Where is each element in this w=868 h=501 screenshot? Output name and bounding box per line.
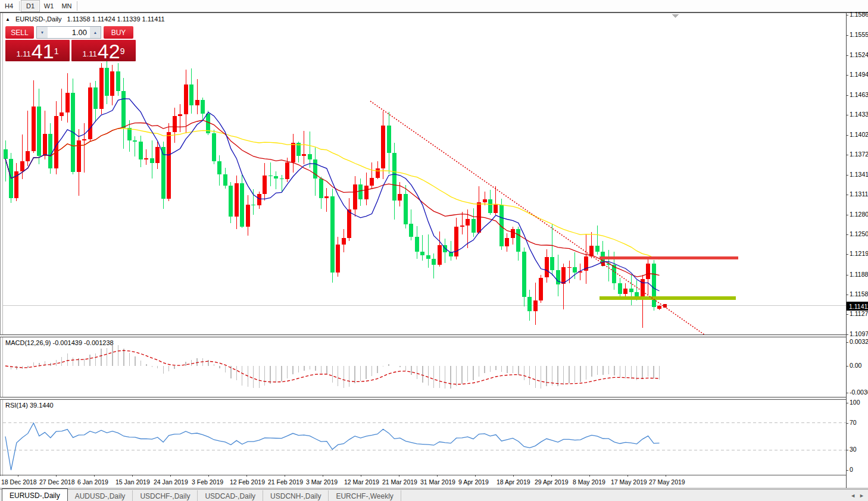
date-tick bbox=[513, 475, 514, 477]
price-axis-label: 1.14940 bbox=[850, 71, 868, 78]
candle-body bbox=[43, 134, 47, 156]
tabbar-scroll-right-icon[interactable]: ► bbox=[859, 493, 864, 499]
candle-body bbox=[454, 227, 458, 257]
timeframe-button-mn[interactable]: MN bbox=[58, 1, 76, 11]
candle-body bbox=[121, 91, 126, 129]
date-tick bbox=[475, 475, 476, 477]
candle-body bbox=[370, 178, 374, 186]
price-axis-label: 1.14025 bbox=[850, 131, 868, 138]
candle-body bbox=[257, 194, 261, 205]
candle-body bbox=[263, 176, 267, 194]
candle-body bbox=[573, 267, 577, 273]
candle-body bbox=[392, 153, 396, 201]
date-tick bbox=[627, 475, 628, 477]
candle-body bbox=[26, 151, 30, 162]
main-chart-canvas[interactable] bbox=[3, 13, 846, 334]
date-label: 9 Apr 2019 bbox=[458, 478, 489, 486]
candle-body bbox=[116, 71, 120, 91]
date-label: 6 Jan 2019 bbox=[77, 478, 108, 486]
tab-usdchf[interactable]: USDCHF-,Daily bbox=[133, 490, 198, 501]
tab-audusd[interactable]: AUDUSD-,Daily bbox=[68, 490, 133, 501]
candle-body bbox=[302, 154, 306, 156]
candle-body bbox=[189, 84, 193, 105]
rsi-canvas[interactable] bbox=[3, 400, 846, 475]
candle-body bbox=[550, 257, 554, 270]
candle-body bbox=[409, 224, 413, 237]
candle-body bbox=[347, 209, 351, 237]
candle-body bbox=[20, 161, 24, 171]
candle-body bbox=[657, 306, 661, 309]
rsi-line bbox=[5, 423, 660, 470]
candle-body bbox=[623, 289, 627, 294]
date-label: 15 Jan 2019 bbox=[115, 478, 150, 486]
tab-usdcad[interactable]: USDCAD-,Daily bbox=[198, 490, 263, 501]
scroll-to-end-icon[interactable] bbox=[672, 14, 679, 18]
price-axis[interactable]: 1.158601.155501.152451.149401.146351.143… bbox=[846, 13, 868, 488]
candle-body bbox=[618, 283, 622, 294]
tab-usdcnh[interactable]: USDCNH-,Daily bbox=[263, 490, 329, 501]
timeframe-button-h4[interactable]: H4 bbox=[0, 1, 18, 11]
candle-body bbox=[139, 142, 143, 159]
tab-eurchf[interactable]: EURCHF-,Weekly bbox=[329, 490, 401, 501]
candle-body bbox=[404, 194, 408, 224]
price-axis-label: 1.11885 bbox=[850, 271, 868, 278]
candle-body bbox=[65, 93, 70, 112]
timeframe-button-w1[interactable]: W1 bbox=[40, 1, 58, 11]
date-label: 8 May 2019 bbox=[573, 478, 605, 486]
toolbar-separator bbox=[77, 1, 77, 11]
macd-axis-label: -0.00365 bbox=[850, 389, 868, 396]
candle-body bbox=[330, 196, 335, 272]
candle-body bbox=[167, 132, 171, 199]
candle-body bbox=[460, 226, 464, 227]
candle-body bbox=[105, 68, 109, 96]
candle-body bbox=[595, 246, 600, 252]
candle-body bbox=[398, 194, 402, 201]
date-tick bbox=[399, 475, 399, 477]
candle-body bbox=[150, 158, 154, 164]
timeframe-button-d1[interactable]: D1 bbox=[21, 0, 40, 12]
resistance-line[interactable] bbox=[600, 256, 738, 259]
tab-eurusd[interactable]: EURUSD-,Daily bbox=[2, 489, 68, 501]
date-tick bbox=[246, 475, 247, 477]
date-axis[interactable]: 18 Dec 201827 Dec 20186 Jan 201915 Jan 2… bbox=[0, 476, 846, 488]
rsi-axis-label: 0 bbox=[850, 466, 853, 473]
price-axis-label: 1.15860 bbox=[850, 11, 868, 18]
candle-body bbox=[488, 199, 492, 213]
current-price-label: 1.11411 bbox=[847, 302, 868, 311]
support-line[interactable] bbox=[600, 296, 736, 300]
candle-body bbox=[527, 297, 532, 311]
price-axis-label: 1.12500 bbox=[850, 230, 868, 237]
date-tick bbox=[94, 475, 95, 477]
candle-body bbox=[88, 87, 92, 139]
candle-body bbox=[93, 87, 98, 109]
candle-body bbox=[358, 184, 363, 199]
window-left-border bbox=[0, 13, 1, 488]
candle-body bbox=[539, 278, 543, 300]
candle-body bbox=[432, 259, 436, 265]
candle-body bbox=[246, 205, 250, 227]
symbol-tabbar: EURUSD-,DailyAUDUSD-,DailyUSDCHF-,DailyU… bbox=[0, 489, 868, 501]
date-tick bbox=[170, 475, 171, 477]
candle-body bbox=[545, 257, 549, 277]
candle-body bbox=[511, 229, 515, 237]
date-label: 21 Mar 2019 bbox=[382, 478, 417, 486]
candle-body bbox=[561, 267, 566, 284]
candle-body bbox=[268, 176, 273, 176]
macd-canvas[interactable] bbox=[3, 337, 846, 397]
tabbar-scroll-left-icon[interactable]: ◄ bbox=[850, 493, 855, 499]
candle-body bbox=[48, 134, 52, 168]
candle-body bbox=[483, 199, 487, 203]
trendline-anchor[interactable] bbox=[663, 304, 667, 308]
price-axis-label: 1.11580 bbox=[850, 290, 868, 298]
candle-body bbox=[342, 238, 346, 245]
date-tick bbox=[323, 475, 323, 477]
date-tick bbox=[208, 475, 209, 477]
trendline-anchor[interactable] bbox=[601, 262, 605, 266]
price-axis-label: 1.12805 bbox=[850, 211, 868, 218]
date-label: 27 May 2019 bbox=[649, 478, 685, 486]
candle-body bbox=[133, 140, 137, 142]
candle-body bbox=[376, 168, 380, 177]
candle-body bbox=[155, 147, 160, 163]
candle-body bbox=[178, 114, 182, 116]
rsi-axis-label: 30 bbox=[850, 446, 857, 453]
